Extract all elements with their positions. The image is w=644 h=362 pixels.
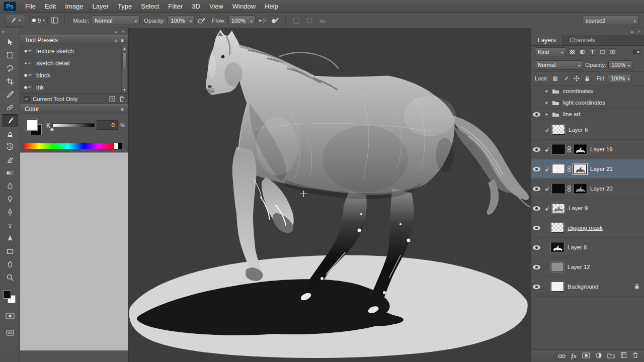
menu-item-file[interactable]: File	[21, 0, 40, 13]
k-channel-slider[interactable]	[52, 123, 95, 127]
visibility-toggle[interactable]	[531, 218, 542, 237]
document-canvas[interactable]	[129, 28, 531, 362]
lock-position-icon[interactable]	[573, 74, 581, 82]
menu-item-3d[interactable]: 3D	[187, 0, 205, 13]
tool-presets-panel-header[interactable]: Tool Presets	[20, 35, 128, 45]
layer-thumbnail[interactable]	[552, 125, 565, 135]
lasso-tool[interactable]	[3, 62, 18, 74]
scroll-down-arrow[interactable]: ▼	[122, 87, 127, 93]
layer-name[interactable]: coordinates	[563, 88, 593, 94]
layer-row-clipping-mask[interactable]: clipping mask	[531, 218, 644, 238]
airbrush-toggle-button[interactable]	[257, 16, 267, 26]
blur-tool[interactable]	[3, 179, 18, 192]
zoom-tool[interactable]	[3, 271, 18, 284]
layer-name[interactable]: Layer 6	[569, 127, 588, 133]
layer-row-layer-20[interactable]: Layer 20	[531, 179, 644, 199]
layer-mask-thumbnail[interactable]	[574, 144, 587, 154]
delete-layer-button[interactable]	[632, 351, 638, 360]
panel-menu-icon[interactable]	[637, 29, 640, 35]
filter-type-layers-icon[interactable]: T	[589, 48, 596, 56]
crop-tool[interactable]	[3, 75, 18, 87]
visibility-toggle[interactable]	[531, 277, 542, 296]
screen-mode-button[interactable]	[3, 327, 18, 338]
visibility-toggle[interactable]	[531, 140, 542, 159]
menu-item-image[interactable]: Image	[60, 0, 88, 13]
k-slider-thumb[interactable]	[50, 127, 55, 132]
filter-smart-objects-icon[interactable]	[609, 48, 616, 56]
layer-name[interactable]: Layer 21	[590, 166, 613, 172]
link-layers-button[interactable]	[558, 351, 566, 360]
layer-mask-thumbnail[interactable]	[574, 184, 587, 194]
panel-collapse-icon[interactable]	[115, 29, 118, 35]
toggle-brush-panel-button[interactable]	[49, 16, 59, 26]
dock-collapse-icon[interactable]	[631, 29, 634, 35]
layer-thumbnail[interactable]	[552, 184, 565, 194]
color-spectrum-ramp[interactable]	[23, 143, 122, 149]
layer-name[interactable]: Layer 8	[568, 244, 587, 250]
panel-menu-icon[interactable]	[121, 38, 124, 43]
tab-layers[interactable]: Layers	[531, 35, 563, 45]
preset-block[interactable]: block	[20, 69, 128, 81]
layer-thumbnail[interactable]	[551, 242, 564, 252]
layer-opacity-dropdown[interactable]: 100%	[608, 60, 632, 70]
visibility-toggle[interactable]	[531, 120, 542, 139]
flow-dropdown[interactable]: 100%	[228, 16, 256, 25]
healing-brush-tool[interactable]	[3, 101, 18, 114]
quick-mask-button[interactable]	[3, 310, 18, 321]
layer-name[interactable]: Layer 9	[569, 205, 588, 211]
panel-menu-icon[interactable]	[121, 107, 124, 112]
brush-size-picker[interactable]: 9	[29, 16, 48, 25]
new-preset-icon[interactable]	[109, 96, 116, 102]
visibility-toggle[interactable]	[531, 179, 542, 198]
eyedropper-tool[interactable]	[3, 88, 18, 101]
pen-tool[interactable]	[3, 206, 18, 218]
visibility-toggle[interactable]	[531, 97, 542, 108]
black-cap[interactable]	[118, 143, 122, 149]
menu-item-type[interactable]: Type	[113, 0, 136, 13]
pressure-opacity-button[interactable]	[196, 16, 206, 26]
color-panel-header[interactable]: Color	[20, 104, 128, 114]
delete-preset-icon[interactable]	[119, 96, 125, 102]
layer-row-layer-8[interactable]: Layer 8	[531, 238, 644, 257]
layer-thumbnail[interactable]	[552, 203, 565, 213]
visibility-toggle[interactable]	[531, 238, 542, 257]
layer-row-layer-21[interactable]: Layer 21	[531, 159, 644, 179]
layer-row-light-coordinates[interactable]: light coordinates	[531, 97, 644, 109]
filter-shape-layers-icon[interactable]	[599, 48, 606, 56]
brush-tool[interactable]	[3, 114, 18, 127]
filter-adjustment-layers-icon[interactable]	[579, 48, 586, 56]
menu-item-view[interactable]: View	[205, 0, 228, 13]
layer-thumbnail[interactable]	[552, 144, 565, 154]
layer-row-line-art[interactable]: line art	[531, 109, 644, 120]
white-cap[interactable]	[114, 143, 118, 149]
group-expand-icon[interactable]	[543, 89, 550, 94]
tool-preset-picker[interactable]	[5, 15, 25, 27]
preset-texture-sketch[interactable]: texture sketch	[20, 45, 128, 57]
visibility-toggle[interactable]	[531, 199, 542, 218]
group-expand-icon[interactable]	[543, 112, 550, 117]
filter-toggle-switch[interactable]	[633, 50, 640, 54]
menu-item-edit[interactable]: Edit	[40, 0, 60, 13]
move-tool[interactable]	[3, 36, 18, 48]
layer-mask-thumbnail[interactable]	[574, 164, 587, 174]
layer-thumbnail[interactable]	[551, 262, 564, 272]
lock-transparency-icon[interactable]	[551, 74, 559, 82]
scroll-up-arrow[interactable]: ▲	[122, 46, 127, 51]
lock-all-icon[interactable]	[583, 74, 591, 82]
foreground-color-swatch[interactable]	[3, 291, 11, 299]
panel-collapse-icon[interactable]	[115, 38, 118, 43]
presets-scrollbar[interactable]: ▲ ▼	[121, 46, 128, 93]
layer-name[interactable]: line art	[563, 111, 581, 117]
filter-pixel-layers-icon[interactable]	[569, 48, 576, 56]
visibility-toggle[interactable]	[531, 159, 542, 178]
layer-name[interactable]: Layer 19	[590, 146, 613, 152]
layer-name[interactable]: light coordinates	[563, 100, 605, 106]
lock-pixels-icon[interactable]	[562, 74, 570, 82]
layer-blend-mode-dropdown[interactable]: Normal	[535, 60, 583, 70]
type-tool[interactable]: T	[3, 219, 18, 231]
marquee-tool[interactable]	[3, 49, 18, 61]
layer-row-background[interactable]: Background	[531, 277, 644, 297]
layer-fill-dropdown[interactable]: 100%	[608, 74, 632, 83]
adjustment-layer-button[interactable]	[596, 351, 602, 360]
current-tool-only-checkbox[interactable]	[24, 96, 30, 102]
